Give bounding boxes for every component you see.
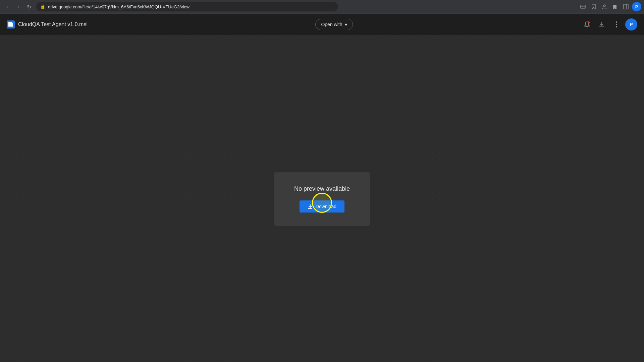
extensions-button[interactable] <box>610 2 620 11</box>
chrome-profile-button[interactable]: P <box>632 2 641 11</box>
svg-marker-1 <box>592 4 595 9</box>
refresh-button[interactable]: ↻ <box>24 2 34 11</box>
no-preview-text: No preview available <box>294 185 350 192</box>
screenshot-button[interactable] <box>578 2 588 11</box>
file-name: CloudQA Test Agent v1.0.msi <box>18 21 88 27</box>
url-input[interactable] <box>48 4 334 9</box>
svg-point-10 <box>616 24 617 25</box>
app-header: CloudQA Test Agent v1.0.msi Open with ▾ <box>0 14 644 35</box>
open-with-label: Open with <box>321 22 342 27</box>
download-button[interactable]: Download <box>300 200 344 213</box>
main-content: No preview available Download <box>0 35 644 362</box>
address-bar[interactable]: 🔒 <box>36 2 338 11</box>
notifications-button[interactable] <box>581 18 593 31</box>
svg-point-2 <box>603 5 605 7</box>
svg-rect-3 <box>624 4 628 9</box>
lock-icon: 🔒 <box>40 4 45 9</box>
more-options-button[interactable] <box>610 18 623 31</box>
back-button[interactable]: ‹ <box>3 2 12 11</box>
bookmark-button[interactable] <box>589 2 598 11</box>
file-type-icon <box>7 20 15 28</box>
file-title-area: CloudQA Test Agent v1.0.msi <box>7 20 88 28</box>
svg-point-11 <box>616 26 617 27</box>
preview-card: No preview available Download <box>274 172 370 226</box>
download-header-button[interactable] <box>596 18 608 31</box>
forward-button[interactable]: › <box>13 2 23 11</box>
app-profile-button[interactable]: P <box>625 18 637 31</box>
sidebar-toggle-button[interactable] <box>621 2 631 11</box>
svg-point-6 <box>588 21 590 23</box>
svg-point-9 <box>616 21 617 23</box>
header-center: Open with ▾ <box>88 19 581 30</box>
browser-nav-controls: ‹ › ↻ <box>3 2 34 11</box>
dropdown-arrow-icon: ▾ <box>345 22 347 27</box>
header-actions: P <box>581 18 637 31</box>
profile-sync-button[interactable] <box>600 2 609 11</box>
browser-action-buttons: P <box>578 2 641 11</box>
download-label: Download <box>316 204 336 209</box>
open-with-button[interactable]: Open with ▾ <box>315 19 353 30</box>
